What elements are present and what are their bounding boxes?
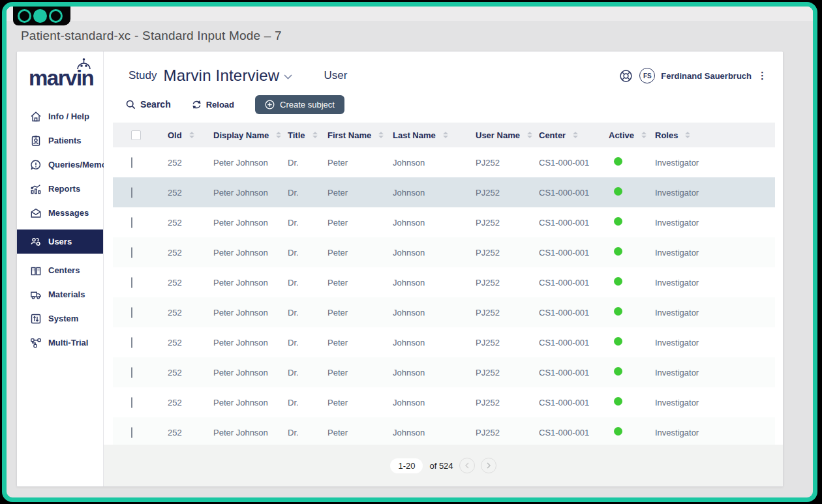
row-checkbox-cell: [113, 158, 164, 168]
search-button[interactable]: Search: [126, 99, 171, 110]
column-header-active[interactable]: Active: [605, 130, 651, 140]
row-checkbox[interactable]: [131, 427, 132, 438]
row-checkbox[interactable]: [131, 277, 132, 288]
table-row[interactable]: 252Peter JohnsonDr.PeterJohnsonPJ252CS1-…: [113, 387, 775, 417]
sidebar-item-info-help[interactable]: Info / Help: [17, 104, 103, 128]
row-checkbox[interactable]: [131, 217, 132, 228]
row-checkbox[interactable]: [131, 397, 132, 408]
row-checkbox[interactable]: [131, 307, 132, 318]
column-header-title[interactable]: Title: [284, 130, 324, 140]
select-all-checkbox[interactable]: [131, 130, 141, 140]
sidebar-item-reports[interactable]: Reports: [17, 177, 103, 201]
kebab-menu-icon[interactable]: ⋮: [757, 72, 767, 79]
sidebar-item-multi-trial[interactable]: Multi-Trial: [17, 331, 103, 355]
cell-first-name: Peter: [324, 428, 389, 437]
row-checkbox[interactable]: [131, 367, 132, 378]
avatar[interactable]: FS: [639, 68, 655, 83]
user-menu: FS Ferdinand Sauerbruch ⋮: [618, 68, 767, 83]
sidebar-item-materials[interactable]: Materials: [17, 282, 103, 306]
table-row[interactable]: 252Peter JohnsonDr.PeterJohnsonPJ252CS1-…: [113, 237, 775, 267]
main-area: Study Marvin Interview User: [104, 52, 783, 486]
user-name[interactable]: Ferdinand Sauerbruch: [661, 71, 752, 81]
cell-title: Dr.: [284, 248, 324, 258]
table-row[interactable]: 252Peter JohnsonDr.PeterJohnsonPJ252CS1-…: [113, 177, 775, 207]
column-header-display-name[interactable]: Display Name: [209, 130, 284, 140]
column-header-last-name[interactable]: Last Name: [389, 130, 472, 140]
column-header-center[interactable]: Center: [535, 130, 605, 140]
cell-center: CS1-000-001: [535, 248, 605, 258]
sidebar-item-users[interactable]: Users: [17, 230, 103, 254]
reload-button[interactable]: Reload: [192, 100, 234, 110]
cell-roles: Investigator: [651, 398, 775, 408]
cell-active: [605, 157, 651, 168]
cell-old: 252: [164, 218, 209, 228]
next-page-button[interactable]: [481, 458, 496, 473]
page-range: 1-20: [390, 458, 423, 473]
table-row[interactable]: 252Peter JohnsonDr.PeterJohnsonPJ252CS1-…: [113, 297, 775, 327]
active-status-dot: [614, 217, 622, 226]
chevron-right-icon: [486, 462, 491, 469]
row-checkbox[interactable]: [131, 247, 132, 258]
reload-label: Reload: [206, 100, 234, 110]
table-row[interactable]: 252Peter JohnsonDr.PeterJohnsonPJ252CS1-…: [113, 417, 775, 447]
window-control-maximize[interactable]: [49, 9, 63, 23]
row-checkbox-cell: [113, 218, 164, 228]
life-buoy-icon[interactable]: [618, 68, 633, 83]
cell-old: 252: [164, 188, 209, 198]
column-label: Old: [168, 130, 182, 140]
window-control-minimize[interactable]: [33, 9, 47, 23]
row-checkbox[interactable]: [131, 337, 132, 348]
buildings-icon: [29, 264, 42, 277]
robot-head-icon: [75, 57, 93, 70]
cell-title: Dr.: [284, 398, 324, 408]
cell-display-name: Peter Johnson: [209, 218, 284, 228]
users-table: OldDisplay NameTitleFirst NameLast NameU…: [113, 123, 775, 447]
page-header: Study Marvin Interview User: [129, 65, 767, 87]
sidebar-item-label: Multi-Trial: [48, 338, 88, 348]
cell-old: 252: [164, 158, 209, 168]
row-checkbox-cell: [113, 368, 164, 378]
page-total: of 524: [429, 461, 453, 471]
cell-title: Dr.: [284, 218, 324, 228]
table-row[interactable]: 252Peter JohnsonDr.PeterJohnsonPJ252CS1-…: [113, 327, 775, 357]
cell-last-name: Johnson: [389, 248, 472, 258]
cell-old: 252: [164, 368, 209, 378]
header-checkbox-cell: [113, 130, 164, 140]
active-status-dot: [614, 337, 622, 346]
cell-user-name: PJ252: [472, 278, 535, 288]
study-selector[interactable]: Marvin Interview: [163, 67, 279, 85]
cell-roles: Investigator: [651, 158, 775, 168]
sidebar-item-system[interactable]: System: [17, 306, 103, 331]
table-row[interactable]: 252Peter JohnsonDr.PeterJohnsonPJ252CS1-…: [113, 357, 775, 387]
prev-page-button[interactable]: [459, 458, 475, 473]
create-subject-button[interactable]: Create subject: [255, 95, 344, 114]
home-icon: [29, 110, 42, 123]
sidebar-item-patients[interactable]: Patients: [17, 128, 103, 153]
sort-icon: [378, 132, 384, 138]
row-checkbox[interactable]: [131, 157, 132, 168]
cell-roles: Investigator: [651, 278, 775, 288]
chevron-down-icon[interactable]: [284, 74, 292, 80]
sidebar-item-label: Materials: [48, 289, 85, 299]
table-row[interactable]: 252Peter JohnsonDr.PeterJohnsonPJ252CS1-…: [113, 147, 775, 177]
window-control-close[interactable]: [18, 9, 31, 23]
cell-title: Dr.: [284, 158, 324, 168]
cell-display-name: Peter Johnson: [209, 248, 284, 258]
cell-center: CS1-000-001: [535, 428, 605, 437]
cell-display-name: Peter Johnson: [209, 368, 284, 378]
sidebar-item-centers[interactable]: Centers: [17, 258, 103, 282]
column-header-old[interactable]: Old: [164, 130, 209, 140]
column-label: Last Name: [393, 130, 436, 140]
sidebar-item-queries-memos[interactable]: Queries/Memos: [17, 153, 103, 177]
sidebar-item-label: Messages: [48, 208, 89, 218]
column-header-user-name[interactable]: User Name: [472, 130, 535, 140]
column-header-roles[interactable]: Roles: [651, 130, 775, 140]
cell-active: [605, 337, 651, 348]
table-row[interactable]: 252Peter JohnsonDr.PeterJohnsonPJ252CS1-…: [113, 207, 775, 237]
table-row[interactable]: 252Peter JohnsonDr.PeterJohnsonPJ252CS1-…: [113, 267, 775, 297]
row-checkbox-cell: [113, 338, 164, 348]
row-checkbox[interactable]: [131, 187, 132, 198]
sidebar-item-messages[interactable]: Messages: [17, 201, 103, 225]
cell-first-name: Peter: [324, 398, 389, 408]
column-header-first-name[interactable]: First Name: [324, 130, 389, 140]
